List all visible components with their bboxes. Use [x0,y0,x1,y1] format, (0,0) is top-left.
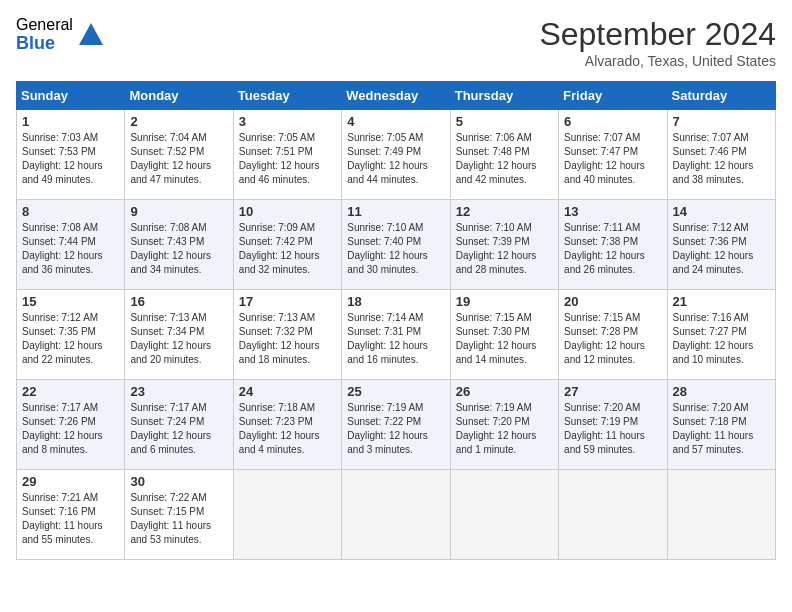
calendar-cell: 30Sunrise: 7:22 AMSunset: 7:15 PMDayligh… [125,470,233,560]
month-title: September 2024 [539,16,776,53]
day-number: 22 [22,384,119,399]
logo-icon [77,21,105,49]
calendar-cell: 17Sunrise: 7:13 AMSunset: 7:32 PMDayligh… [233,290,341,380]
day-detail: Sunrise: 7:09 AMSunset: 7:42 PMDaylight:… [239,221,336,277]
day-detail: Sunrise: 7:15 AMSunset: 7:30 PMDaylight:… [456,311,553,367]
day-number: 26 [456,384,553,399]
day-number: 2 [130,114,227,129]
calendar-cell: 14Sunrise: 7:12 AMSunset: 7:36 PMDayligh… [667,200,775,290]
calendar-week-row: 1Sunrise: 7:03 AMSunset: 7:53 PMDaylight… [17,110,776,200]
day-number: 7 [673,114,770,129]
day-detail: Sunrise: 7:07 AMSunset: 7:47 PMDaylight:… [564,131,661,187]
calendar-cell: 28Sunrise: 7:20 AMSunset: 7:18 PMDayligh… [667,380,775,470]
calendar-cell: 2Sunrise: 7:04 AMSunset: 7:52 PMDaylight… [125,110,233,200]
weekday-header-row: SundayMondayTuesdayWednesdayThursdayFrid… [17,82,776,110]
calendar-cell: 4Sunrise: 7:05 AMSunset: 7:49 PMDaylight… [342,110,450,200]
day-detail: Sunrise: 7:18 AMSunset: 7:23 PMDaylight:… [239,401,336,457]
logo-text: General Blue [16,16,73,53]
day-number: 25 [347,384,444,399]
calendar-header: SundayMondayTuesdayWednesdayThursdayFrid… [17,82,776,110]
weekday-header: Monday [125,82,233,110]
day-number: 11 [347,204,444,219]
calendar-table: SundayMondayTuesdayWednesdayThursdayFrid… [16,81,776,560]
calendar-cell: 20Sunrise: 7:15 AMSunset: 7:28 PMDayligh… [559,290,667,380]
day-number: 3 [239,114,336,129]
day-number: 27 [564,384,661,399]
day-detail: Sunrise: 7:12 AMSunset: 7:36 PMDaylight:… [673,221,770,277]
svg-marker-0 [79,23,103,45]
day-detail: Sunrise: 7:17 AMSunset: 7:26 PMDaylight:… [22,401,119,457]
day-number: 1 [22,114,119,129]
calendar-cell: 15Sunrise: 7:12 AMSunset: 7:35 PMDayligh… [17,290,125,380]
calendar-cell: 5Sunrise: 7:06 AMSunset: 7:48 PMDaylight… [450,110,558,200]
calendar-cell: 25Sunrise: 7:19 AMSunset: 7:22 PMDayligh… [342,380,450,470]
calendar-cell: 6Sunrise: 7:07 AMSunset: 7:47 PMDaylight… [559,110,667,200]
calendar-cell: 23Sunrise: 7:17 AMSunset: 7:24 PMDayligh… [125,380,233,470]
day-detail: Sunrise: 7:20 AMSunset: 7:19 PMDaylight:… [564,401,661,457]
location: Alvarado, Texas, United States [539,53,776,69]
calendar-cell: 12Sunrise: 7:10 AMSunset: 7:39 PMDayligh… [450,200,558,290]
calendar-cell: 16Sunrise: 7:13 AMSunset: 7:34 PMDayligh… [125,290,233,380]
weekday-header: Sunday [17,82,125,110]
day-detail: Sunrise: 7:08 AMSunset: 7:43 PMDaylight:… [130,221,227,277]
title-section: September 2024 Alvarado, Texas, United S… [539,16,776,69]
calendar-cell: 1Sunrise: 7:03 AMSunset: 7:53 PMDaylight… [17,110,125,200]
day-detail: Sunrise: 7:13 AMSunset: 7:32 PMDaylight:… [239,311,336,367]
day-number: 4 [347,114,444,129]
day-detail: Sunrise: 7:12 AMSunset: 7:35 PMDaylight:… [22,311,119,367]
calendar-cell: 27Sunrise: 7:20 AMSunset: 7:19 PMDayligh… [559,380,667,470]
calendar-cell: 3Sunrise: 7:05 AMSunset: 7:51 PMDaylight… [233,110,341,200]
day-detail: Sunrise: 7:19 AMSunset: 7:20 PMDaylight:… [456,401,553,457]
day-detail: Sunrise: 7:05 AMSunset: 7:49 PMDaylight:… [347,131,444,187]
day-number: 9 [130,204,227,219]
day-number: 6 [564,114,661,129]
calendar-cell: 22Sunrise: 7:17 AMSunset: 7:26 PMDayligh… [17,380,125,470]
day-detail: Sunrise: 7:21 AMSunset: 7:16 PMDaylight:… [22,491,119,547]
calendar-body: 1Sunrise: 7:03 AMSunset: 7:53 PMDaylight… [17,110,776,560]
calendar-cell: 11Sunrise: 7:10 AMSunset: 7:40 PMDayligh… [342,200,450,290]
calendar-week-row: 8Sunrise: 7:08 AMSunset: 7:44 PMDaylight… [17,200,776,290]
day-number: 29 [22,474,119,489]
weekday-header: Tuesday [233,82,341,110]
calendar-cell: 21Sunrise: 7:16 AMSunset: 7:27 PMDayligh… [667,290,775,380]
page-header: General Blue September 2024 Alvarado, Te… [16,16,776,69]
day-detail: Sunrise: 7:14 AMSunset: 7:31 PMDaylight:… [347,311,444,367]
day-detail: Sunrise: 7:15 AMSunset: 7:28 PMDaylight:… [564,311,661,367]
calendar-cell [450,470,558,560]
calendar-cell [559,470,667,560]
day-detail: Sunrise: 7:10 AMSunset: 7:40 PMDaylight:… [347,221,444,277]
day-detail: Sunrise: 7:08 AMSunset: 7:44 PMDaylight:… [22,221,119,277]
day-detail: Sunrise: 7:07 AMSunset: 7:46 PMDaylight:… [673,131,770,187]
calendar-cell [667,470,775,560]
day-number: 21 [673,294,770,309]
calendar-cell: 13Sunrise: 7:11 AMSunset: 7:38 PMDayligh… [559,200,667,290]
calendar-cell: 19Sunrise: 7:15 AMSunset: 7:30 PMDayligh… [450,290,558,380]
day-detail: Sunrise: 7:20 AMSunset: 7:18 PMDaylight:… [673,401,770,457]
day-number: 24 [239,384,336,399]
weekday-header: Wednesday [342,82,450,110]
calendar-cell: 26Sunrise: 7:19 AMSunset: 7:20 PMDayligh… [450,380,558,470]
day-number: 20 [564,294,661,309]
day-number: 8 [22,204,119,219]
day-detail: Sunrise: 7:16 AMSunset: 7:27 PMDaylight:… [673,311,770,367]
day-detail: Sunrise: 7:04 AMSunset: 7:52 PMDaylight:… [130,131,227,187]
day-detail: Sunrise: 7:10 AMSunset: 7:39 PMDaylight:… [456,221,553,277]
calendar-week-row: 15Sunrise: 7:12 AMSunset: 7:35 PMDayligh… [17,290,776,380]
day-number: 12 [456,204,553,219]
weekday-header: Thursday [450,82,558,110]
calendar-cell: 7Sunrise: 7:07 AMSunset: 7:46 PMDaylight… [667,110,775,200]
day-detail: Sunrise: 7:06 AMSunset: 7:48 PMDaylight:… [456,131,553,187]
day-number: 14 [673,204,770,219]
calendar-cell [233,470,341,560]
calendar-week-row: 29Sunrise: 7:21 AMSunset: 7:16 PMDayligh… [17,470,776,560]
day-number: 13 [564,204,661,219]
day-number: 30 [130,474,227,489]
weekday-header: Saturday [667,82,775,110]
calendar-cell [342,470,450,560]
weekday-header: Friday [559,82,667,110]
day-number: 16 [130,294,227,309]
day-detail: Sunrise: 7:13 AMSunset: 7:34 PMDaylight:… [130,311,227,367]
day-number: 28 [673,384,770,399]
day-detail: Sunrise: 7:17 AMSunset: 7:24 PMDaylight:… [130,401,227,457]
logo: General Blue [16,16,105,53]
